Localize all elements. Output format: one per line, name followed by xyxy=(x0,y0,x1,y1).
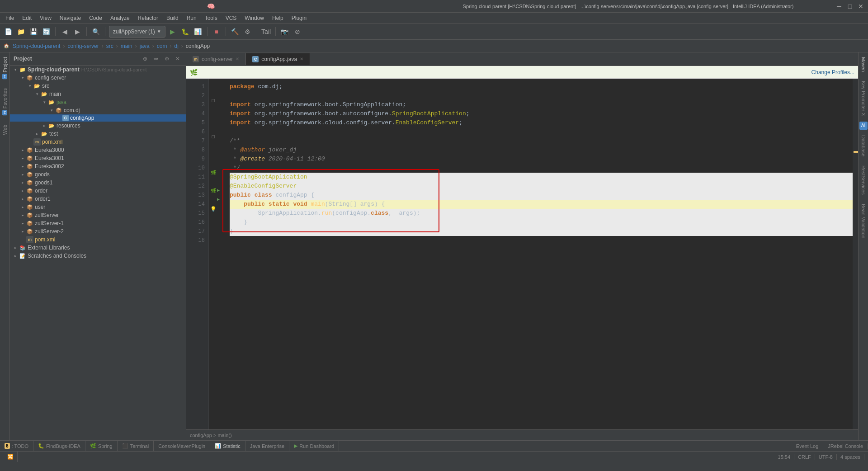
close-sidebar-button[interactable]: ✕ xyxy=(173,54,182,63)
tree-item-java[interactable]: ▾ 📂 java xyxy=(10,98,186,106)
tree-item-config-server[interactable]: ▾ 📦 config-server xyxy=(10,74,186,82)
tree-item-pom-root[interactable]: m pom.xml xyxy=(10,236,186,244)
menu-build[interactable]: Build xyxy=(163,14,182,22)
open-button[interactable]: 📁 xyxy=(15,26,26,37)
tree-item-configapp[interactable]: C configApp xyxy=(10,114,186,122)
status-time[interactable]: 15:54 xyxy=(774,454,795,460)
tree-item-test[interactable]: ▸ 📂 test xyxy=(10,130,186,138)
code-line-5[interactable]: import org.springframework.cloud.config.… xyxy=(230,118,853,127)
left-tab-project[interactable]: 1 Project xyxy=(0,52,9,84)
breadcrumb-configapp[interactable]: configApp xyxy=(186,43,210,49)
code-line-15[interactable]: SpringApplication.run(configApp.class, a… xyxy=(230,209,853,218)
code-line-17[interactable]: } xyxy=(230,227,853,236)
tree-item-eureka3001[interactable]: ▸ 📦 Eureka3001 xyxy=(10,154,186,162)
tree-item-user[interactable]: ▸ 📦 user xyxy=(10,203,186,211)
run-dashboard-button[interactable]: ▶ Run Dashboard xyxy=(289,441,339,451)
todo-button[interactable]: 6 : TODO xyxy=(0,441,33,451)
run-config-dropdown[interactable]: zullAppServer (1) ▼ xyxy=(109,26,165,38)
fold-marker-7[interactable]: ◻ xyxy=(210,133,217,140)
menu-tools[interactable]: Tools xyxy=(201,14,221,22)
menu-run[interactable]: Run xyxy=(183,14,200,22)
breadcrumb-dj[interactable]: dj xyxy=(174,43,178,49)
breadcrumb-spring-cloud[interactable]: Spring-cloud-parent xyxy=(13,43,60,49)
new-file-button[interactable]: 📄 xyxy=(3,26,14,37)
settings-button[interactable]: ⚙ xyxy=(242,26,253,37)
tree-item-order[interactable]: ▸ 📦 order xyxy=(10,187,186,195)
code-line-16[interactable]: } xyxy=(230,218,853,227)
breadcrumb-main[interactable]: main xyxy=(121,43,132,49)
maximize-button[interactable]: □ xyxy=(846,3,854,10)
run-play-13[interactable]: ▶ xyxy=(215,187,222,193)
event-log-button[interactable]: Event Log xyxy=(792,443,824,449)
menu-refactor[interactable]: Refactor xyxy=(134,14,162,22)
code-line-10[interactable]: */ xyxy=(230,164,853,173)
run-with-coverage-button[interactable]: 📊 xyxy=(193,26,203,37)
menu-plugin[interactable]: Plugin xyxy=(288,14,310,22)
jrebel-console-button[interactable]: JRebel Console xyxy=(823,443,868,449)
right-icon-ai[interactable]: AI xyxy=(859,122,868,130)
minimize-button[interactable]: ─ xyxy=(835,3,843,10)
right-tab-bean[interactable]: Bean Validation xyxy=(859,199,868,243)
debug-button[interactable]: 🐛 xyxy=(180,26,191,37)
tree-item-scratches[interactable]: ▸ 📝 Scratches and Consoles xyxy=(10,252,186,260)
menu-window[interactable]: Window xyxy=(241,14,268,22)
run-icon-11[interactable]: 🌿 xyxy=(210,169,217,176)
menu-help[interactable]: Help xyxy=(269,14,287,22)
code-line-12[interactable]: @EnableConfigServer xyxy=(230,182,853,191)
tree-item-eureka3000[interactable]: ▸ 📦 Eureka3000 xyxy=(10,146,186,154)
tree-item-goods[interactable]: ▸ 📦 goods xyxy=(10,170,186,179)
change-profiles-link[interactable]: Change Profiles... xyxy=(811,69,854,75)
code-content[interactable]: package com.dj; import org.springframewo… xyxy=(222,79,853,429)
breadcrumb-java[interactable]: java xyxy=(140,43,150,49)
tree-item-main[interactable]: ▾ 📂 main xyxy=(10,90,186,98)
right-tab-key-promoter[interactable]: Key Promoter X xyxy=(859,76,868,121)
search-everywhere-button[interactable]: 🔍 xyxy=(90,26,101,37)
back-button[interactable]: ◀ xyxy=(59,26,70,37)
power-button[interactable]: ⊘ xyxy=(292,26,303,37)
menu-edit[interactable]: Edit xyxy=(19,14,35,22)
forward-button[interactable]: ▶ xyxy=(72,26,83,37)
tree-item-external-libraries[interactable]: ▸ 📚 External Libraries xyxy=(10,244,186,252)
tree-item-zullserver1[interactable]: ▸ 📦 zullServer-1 xyxy=(10,219,186,227)
tree-item-zullserver2[interactable]: ▸ 📦 zullServer-2 xyxy=(10,227,186,236)
code-line-11[interactable]: @SpringBootApplication xyxy=(230,173,853,182)
tree-item-src[interactable]: ▾ 📂 src xyxy=(10,82,186,90)
tail-button[interactable]: Tail xyxy=(261,26,272,37)
menu-analyze[interactable]: Analyze xyxy=(107,14,133,22)
tree-item-goods1[interactable]: ▸ 📦 goods1 xyxy=(10,179,186,187)
add-module-button[interactable]: ⊕ xyxy=(141,54,150,63)
spring-button[interactable]: 🌿 Spring xyxy=(85,441,118,451)
code-line-6[interactable] xyxy=(230,127,853,137)
console-maven-button[interactable]: ConsoleMavenPlugin xyxy=(154,441,210,451)
right-tab-rest[interactable]: RestServices xyxy=(859,161,868,199)
breadcrumb-com[interactable]: com xyxy=(157,43,167,49)
close-button[interactable]: ✕ xyxy=(857,3,864,10)
findbugs-button[interactable]: 🐛 FindBugs-IDEA xyxy=(33,441,85,451)
warning-icon-15[interactable]: 💡 xyxy=(210,205,217,212)
run-button[interactable]: ▶ xyxy=(167,26,178,37)
run-play-14[interactable]: ▶ xyxy=(215,196,222,203)
code-line-4[interactable]: import org.springframework.boot.autoconf… xyxy=(230,109,853,118)
camera-button[interactable]: 📷 xyxy=(279,26,290,37)
status-git[interactable]: 🔀 xyxy=(4,452,18,462)
code-line-7[interactable]: /** xyxy=(230,137,853,146)
save-button[interactable]: 💾 xyxy=(28,26,39,37)
menu-file[interactable]: File xyxy=(2,14,18,22)
code-line-8[interactable]: * @author joker_dj xyxy=(230,146,853,155)
tree-item-resources[interactable]: ▸ 📂 resources xyxy=(10,122,186,130)
code-line-2[interactable] xyxy=(230,91,853,100)
menu-navigate[interactable]: Navigate xyxy=(56,14,85,22)
tree-item-zullserver[interactable]: ▸ 📦 zullServer xyxy=(10,211,186,219)
tab-close-configapp[interactable]: ✕ xyxy=(300,57,303,61)
breadcrumb-config-server[interactable]: config-server xyxy=(67,43,99,49)
tree-item-pom-config[interactable]: m pom.xml xyxy=(10,138,186,146)
terminal-button[interactable]: ⬛ Terminal xyxy=(118,441,154,451)
menu-code[interactable]: Code xyxy=(85,14,106,22)
code-line-3[interactable]: import org.springframework.boot.SpringAp… xyxy=(230,100,853,109)
right-tab-database[interactable]: Database xyxy=(859,131,868,161)
code-line-1[interactable]: package com.dj; xyxy=(230,82,853,91)
scroll-to-button[interactable]: ⇒ xyxy=(151,54,160,63)
tree-item-com-dj[interactable]: ▾ 📦 com.dj xyxy=(10,106,186,114)
tab-close-config-server[interactable]: ✕ xyxy=(236,57,239,61)
menu-vcs[interactable]: VCS xyxy=(222,14,241,22)
